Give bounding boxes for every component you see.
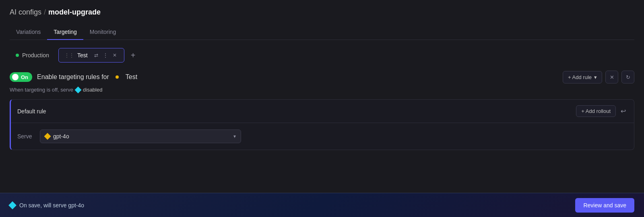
drag-handle-icon[interactable]: ⋮⋮ — [64, 52, 74, 58]
targeting-env-name: Test — [126, 73, 137, 81]
serve-select-left: gpt-4o — [45, 133, 69, 140]
serve-row: Serve gpt-4o ▾ — [11, 123, 634, 150]
bottom-diamond-icon — [8, 201, 17, 209]
targeting-toggle[interactable]: On — [10, 72, 32, 82]
close-env-button[interactable]: ✕ — [111, 52, 118, 59]
default-rule-title: Default rule — [17, 108, 46, 115]
targeting-left: On Enable targeting rules for Test — [10, 72, 137, 82]
rule-card-header: Default rule + Add rollout ↩ — [11, 100, 634, 123]
env-tab-test[interactable]: ⋮⋮ Test ⇄ ⋮ ✕ — [58, 48, 124, 63]
bottom-bar-text: On save, will serve gpt-4o — [19, 202, 84, 209]
swap-env-button[interactable]: ⇄ — [93, 52, 100, 59]
serve-label: Serve — [17, 133, 33, 140]
targeting-title: Enable targeting rules for Test — [37, 73, 137, 81]
gpt4o-diamond-icon — [44, 133, 51, 140]
env-tab-production-label: Production — [22, 52, 49, 58]
close-rule-button[interactable]: ✕ — [605, 71, 618, 83]
env-tab-test-actions: ⇄ ⋮ ✕ — [93, 52, 118, 59]
add-rule-label: + Add rule — [568, 74, 592, 80]
add-rule-chevron: ▾ — [594, 74, 597, 80]
production-dot — [16, 54, 19, 57]
breadcrumb-separator: / — [44, 8, 46, 17]
disabled-diamond-icon — [75, 86, 82, 93]
main-tabs: Variations Targeting Monitoring — [10, 25, 634, 40]
targeting-row: On Enable targeting rules for Test + Add… — [10, 71, 634, 83]
serve-select[interactable]: gpt-4o ▾ — [40, 129, 241, 143]
rule-card-actions: + Add rollout ↩ — [576, 105, 627, 117]
breadcrumb: AI configs / model-upgrade — [10, 8, 634, 17]
tab-monitoring[interactable]: Monitoring — [83, 25, 122, 40]
targeting-right: + Add rule ▾ ✕ ↻ — [563, 71, 634, 83]
breadcrumb-current: model-upgrade — [48, 8, 101, 17]
env-tab-production[interactable]: Production — [10, 48, 55, 62]
test-env-dot — [116, 75, 119, 79]
breadcrumb-parent[interactable]: AI configs — [10, 8, 41, 17]
toggle-circle — [12, 74, 19, 80]
env-tabs: Production ⋮⋮ Test ⇄ ⋮ ✕ + — [10, 48, 634, 63]
bottom-bar: On save, will serve gpt-4o Review and sa… — [0, 193, 644, 217]
off-serve-prefix: When targeting is off, serve — [10, 87, 73, 93]
add-env-button[interactable]: + — [128, 49, 139, 62]
add-rollout-button[interactable]: + Add rollout — [576, 105, 616, 117]
toggle-label: On — [21, 74, 28, 80]
add-rule-button[interactable]: + Add rule ▾ — [563, 71, 602, 83]
env-tab-test-label: Test — [77, 52, 88, 58]
serve-value: gpt-4o — [53, 133, 69, 140]
refresh-rule-button[interactable]: ↻ — [621, 71, 634, 83]
review-save-button[interactable]: Review and save — [575, 198, 634, 213]
bottom-bar-left: On save, will serve gpt-4o — [10, 202, 84, 209]
targeting-off-row: When targeting is off, serve disabled — [10, 87, 634, 93]
serve-select-chevron: ▾ — [233, 134, 236, 139]
off-serve-value: disabled — [83, 87, 102, 93]
tab-variations[interactable]: Variations — [10, 25, 47, 40]
tab-targeting[interactable]: Targeting — [47, 25, 83, 40]
revert-rule-button[interactable]: ↩ — [619, 106, 627, 117]
more-env-button[interactable]: ⋮ — [101, 52, 109, 59]
targeting-title-prefix: Enable targeting rules for — [37, 73, 109, 81]
default-rule-card: Default rule + Add rollout ↩ Serve gpt-4… — [10, 99, 634, 150]
